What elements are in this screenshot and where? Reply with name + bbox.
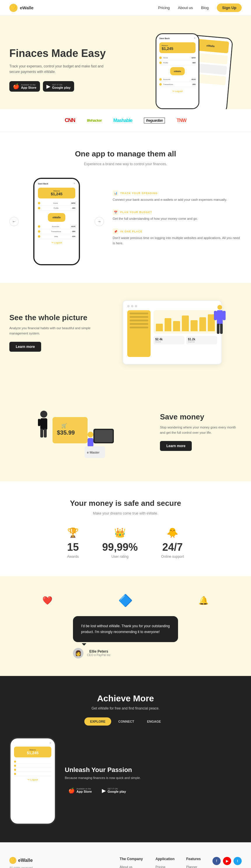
footer-about[interactable]: About us xyxy=(120,865,144,868)
phone-list-item: Home-$250 xyxy=(159,56,195,60)
safe-secure-subtitle: Make your dreams come true with eWalle. xyxy=(9,512,242,516)
list-dot xyxy=(38,207,40,209)
stat-support: 🐥 24/7 Online support xyxy=(161,527,184,559)
dash-stats: $2.4k Income $1.2k Expense xyxy=(154,336,217,344)
chart-bar xyxy=(199,317,206,331)
stat-expense-label: Expense xyxy=(188,341,215,343)
achieve-passion-subtitle: Because managing finances is now quick a… xyxy=(65,776,141,780)
demo-topbar: Save Back ✕ xyxy=(38,182,75,185)
svg-rect-14 xyxy=(44,429,47,437)
phone-balance: Balance $1,245 xyxy=(159,42,195,53)
svg-rect-18 xyxy=(95,430,113,442)
google-play-button[interactable]: ▶ GET IT ON Google play xyxy=(43,81,74,92)
google-play-top-label: GET IT ON xyxy=(52,84,71,86)
testimonial-section: ❤️ 🔷 🔔 I'd be lost without eWalle. Thank… xyxy=(0,576,251,676)
hero-title: Finaces Made Easy xyxy=(9,47,108,59)
list-dot xyxy=(159,62,162,64)
svg-rect-13 xyxy=(40,429,43,437)
achieve-title: Achieve More xyxy=(9,693,242,703)
footer-brand: 💛 eWalle All rights reserved xyxy=(9,857,108,868)
feature-place-desc: Don't waste precious time on logging int… xyxy=(113,236,242,246)
list-dot xyxy=(38,202,40,204)
achieve-subtitle: Get eWalle for free and find financial p… xyxy=(9,706,242,710)
list-dot xyxy=(159,83,162,86)
hero-subtitle: Track your expenses, control your budget… xyxy=(9,64,108,75)
stat-expense-val: $1.2k xyxy=(188,338,215,341)
achieve-passion-title: Unleash Your Passion xyxy=(65,766,141,774)
nav-signup[interactable]: Sign Up xyxy=(217,3,242,12)
save-money-right: Save money Stop wondering where your mon… xyxy=(160,412,242,451)
demo-item: Profile-$80 xyxy=(38,206,75,211)
google-play-text: GET IT ON Google play xyxy=(52,84,71,89)
achieve-app-store-top: Available on the xyxy=(76,788,92,790)
tab-connect[interactable]: CONNECT xyxy=(113,717,140,725)
footer-features-title: Features xyxy=(186,857,201,861)
list-dot xyxy=(38,230,40,232)
dash-main: $2.4k Income $1.2k Expense xyxy=(154,310,217,357)
achieve-google-play-btn[interactable]: ▶ GET IT ON Google play xyxy=(98,785,130,796)
chart-bar xyxy=(165,318,171,331)
next-arrow[interactable]: → xyxy=(95,217,104,226)
feature-budget-tag: 📅 PLAN YOUR BUDGET xyxy=(113,209,242,215)
one-app-title: One app to manage them all xyxy=(9,149,242,158)
save-money-left: 🛒 $35.99 e Master xyxy=(9,400,148,464)
phone-demo: Save Back ✕ Balance $1,245 Home-$250 Pro… xyxy=(33,178,80,265)
nav-pricing[interactable]: Pricing xyxy=(158,5,170,10)
feature-track-desc: Connect your bank accounts and e-wallets… xyxy=(113,197,242,203)
author-avatar: 👩 xyxy=(73,648,84,658)
prev-arrow[interactable]: ← xyxy=(9,217,19,226)
youtube-icon[interactable]: ▶ xyxy=(223,857,231,865)
nav-about[interactable]: About us xyxy=(178,5,193,10)
trophy-icon: 🏆 xyxy=(67,527,79,538)
svg-rect-5 xyxy=(220,324,223,334)
footer-col-company: The Company About us Corporate Blog Emai… xyxy=(120,857,144,868)
save-money-subtitle: Stop wondering where your money goes eve… xyxy=(160,425,242,435)
footer-planner[interactable]: Planner xyxy=(186,865,201,868)
demo-item: Transactions-$90 xyxy=(38,229,75,234)
author-title: CEO o PayPal Inc xyxy=(87,653,111,657)
nav-blog[interactable]: Blog xyxy=(201,5,209,10)
stat-awards-label: Awards xyxy=(67,555,79,559)
feature-budget-desc: Get the full understanding of how your m… xyxy=(113,216,242,221)
footer-logo: 💛 eWalle xyxy=(9,857,108,864)
tab-explore[interactable]: EXPLORE xyxy=(84,717,112,725)
achieve-app-store-btn[interactable]: 🍎 Available on the App Store xyxy=(65,785,95,796)
stat-rating: 👑 99,99% User rating xyxy=(102,527,138,559)
demo-item: Home-$250 xyxy=(38,201,75,206)
achieve-phone-frame: Card Store ✕ Balance $1,245 Altonix-$38 … xyxy=(9,737,56,825)
facebook-icon[interactable]: f xyxy=(213,857,221,865)
tab-engage[interactable]: ENGAGE xyxy=(141,717,167,725)
footer-col-application: Application Pricing FAQ Security xyxy=(156,857,175,868)
sidebar-item xyxy=(130,316,148,318)
footer-col-features: Features Planner Analytics xyxy=(186,857,201,868)
nav-logo-icon: 💛 xyxy=(9,4,18,12)
app-store-text: Available on the App Store xyxy=(21,84,36,89)
sidebar-item xyxy=(130,319,148,321)
chart-bar xyxy=(182,315,189,331)
save-money-title: Save money xyxy=(160,412,242,422)
chart-bar xyxy=(173,321,180,331)
svg-point-15 xyxy=(88,432,93,437)
shopping-svg: 🛒 $35.99 e Master xyxy=(35,400,123,464)
footer-top: 💛 eWalle All rights reserved The Company… xyxy=(9,857,242,868)
feature-place: 📌 IN ONE PLACE Don't waste precious time… xyxy=(113,228,242,246)
phone-list-item: Accounts-$120 xyxy=(159,77,195,82)
svg-rect-11 xyxy=(38,419,40,426)
apple-icon: 🍎 xyxy=(13,83,19,90)
list-dot xyxy=(159,57,162,59)
save-money-learn-btn[interactable]: Learn more xyxy=(160,441,192,451)
stat-awards: 🏆 15 Awards xyxy=(67,527,79,559)
app-store-button[interactable]: 🍎 Available on the App Store xyxy=(9,81,40,92)
footer-pricing[interactable]: Pricing xyxy=(156,865,175,868)
dash-dot-2 xyxy=(131,305,133,307)
google-play-main-label: Google play xyxy=(52,86,71,89)
twitter-icon[interactable]: t xyxy=(233,857,242,865)
nav-links: Pricing About us Blog Sign Up xyxy=(158,3,242,12)
footer-col-social: f ▶ t xyxy=(213,857,242,868)
demo-balance-card: Balance $1,245 xyxy=(38,188,75,198)
see-picture-learn-btn[interactable]: Learn more xyxy=(9,342,41,352)
svg-rect-1 xyxy=(217,310,223,325)
phone-demo-screen: Save Back ✕ Balance $1,245 Home-$250 Pro… xyxy=(34,179,79,264)
person-figure xyxy=(213,304,227,339)
demo-item: Accounts-$120 xyxy=(38,224,75,229)
